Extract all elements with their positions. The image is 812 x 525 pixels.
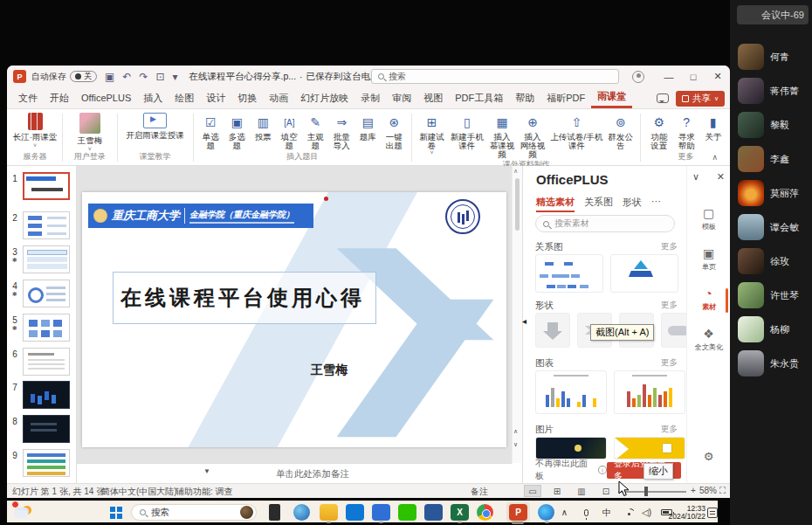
subjective-button[interactable]: ✎主观题 xyxy=(302,111,328,150)
tab-insert[interactable]: 插入 xyxy=(137,87,169,108)
about-button[interactable]: ▮关于 xyxy=(700,111,726,142)
minimize-button[interactable]: — xyxy=(657,66,681,87)
tab-draw[interactable]: 绘图 xyxy=(169,87,200,108)
slide-canvas-area[interactable]: 重庆工商大学 金融学院（重庆金融学院） 在线课程平台使用 xyxy=(77,166,512,463)
meeting-app-icon[interactable] xyxy=(372,504,390,521)
taskbar-search[interactable]: 搜索 xyxy=(131,504,257,521)
yellow-picture-card[interactable] xyxy=(614,437,685,459)
tab-help[interactable]: 帮助 xyxy=(509,87,540,108)
autosave-switch[interactable]: 关 xyxy=(70,71,97,82)
thumbnail[interactable] xyxy=(23,314,70,342)
participant-row[interactable]: 杨柳 xyxy=(738,314,811,344)
broadcast-notice-button[interactable]: ⊚群发公告 xyxy=(605,111,636,150)
bar-chart-card-2[interactable] xyxy=(614,370,685,414)
gear-icon[interactable]: ⚙ xyxy=(687,450,730,463)
thumbnail[interactable] xyxy=(23,280,70,307)
new-exam-button[interactable]: ⊞新建试卷˅ xyxy=(416,111,447,155)
question-bank-button[interactable]: ▤题库 xyxy=(354,111,381,142)
rail-item-templates[interactable]: ▢模板 xyxy=(687,206,730,232)
help-button[interactable]: ?寻求帮助 xyxy=(672,111,699,150)
wifi-tray[interactable] xyxy=(624,501,634,523)
batch-import-button[interactable]: ⇒批量导入 xyxy=(328,111,354,150)
participant-row[interactable]: 何青 xyxy=(738,42,811,72)
zoom-in-button[interactable]: + xyxy=(691,486,696,495)
slide-thumb-1[interactable]: 1 xyxy=(9,172,70,200)
scrollbar-thumb[interactable] xyxy=(515,178,520,231)
upload-exam-button[interactable]: ⇧上传试卷/手机课件 xyxy=(547,111,605,150)
tab-rain-classroom[interactable]: 雨课堂 xyxy=(591,87,632,108)
ime-indicator[interactable]: 中 xyxy=(602,501,611,523)
notes-pane[interactable]: ▼ 单击此处添加备注 xyxy=(77,463,512,483)
tab-pdf-tools[interactable]: PDF工具箱 xyxy=(449,87,509,108)
notes-toggle[interactable]: 备注 xyxy=(471,486,488,498)
more-link[interactable]: 更多 xyxy=(661,300,678,312)
notes-placeholder[interactable]: 单击此处添加备注 xyxy=(276,468,349,480)
new-mobile-courseware-button[interactable]: ▯新建手机课件 xyxy=(447,111,487,150)
undo-icon[interactable]: ↶ xyxy=(122,71,131,83)
present-icon[interactable]: ⊡ xyxy=(155,71,164,83)
rail-item-single-page[interactable]: ▣单页 xyxy=(687,246,730,273)
participant-row[interactable]: 徐玫 xyxy=(738,246,811,276)
server-button[interactable]: 长江·雨课堂 ˅ xyxy=(12,111,58,148)
dark-picture-card[interactable] xyxy=(535,437,607,459)
tray-expand[interactable]: ∧ xyxy=(561,501,568,523)
tab-shapes[interactable]: 形状 xyxy=(623,196,642,212)
tab-relation-diagrams[interactable]: 关系图 xyxy=(584,196,613,212)
university-banner[interactable]: 重庆工商大学 金融学院（重庆金融学院） xyxy=(88,204,313,228)
account-icon[interactable] xyxy=(632,71,644,83)
search-input[interactable]: 搜索 xyxy=(371,69,619,84)
tab-animations[interactable]: 动画 xyxy=(263,87,294,108)
thumbnail[interactable] xyxy=(23,245,70,273)
meeting-status[interactable]: 会议中-69 xyxy=(737,5,809,24)
language-indicator[interactable]: 简体中文(中国大陆) xyxy=(101,486,177,498)
slide-sorter-icon[interactable]: ⊞ xyxy=(548,485,566,497)
start-class-button[interactable]: 开启雨课堂授课 xyxy=(122,111,189,142)
save-icon[interactable]: ▣ xyxy=(105,71,114,83)
slideshow-icon[interactable]: ⊡ xyxy=(597,485,615,497)
slide-thumb-9[interactable]: 9 xyxy=(9,449,70,477)
slide-thumb-6[interactable]: 6 xyxy=(9,348,70,376)
one-click-question-button[interactable]: ⊛一键出题 xyxy=(381,111,407,150)
bar-chart-card[interactable] xyxy=(535,370,607,414)
tab-foxit-pdf[interactable]: 福昕PDF xyxy=(540,87,591,108)
chrome-icon[interactable] xyxy=(477,504,493,521)
scroll-up-icon[interactable]: ∧ xyxy=(513,168,518,175)
participant-row[interactable]: 莫丽萍 xyxy=(738,178,811,208)
tab-home[interactable]: 开始 xyxy=(44,87,75,108)
microsoft-store-icon[interactable] xyxy=(346,504,364,521)
excel-icon[interactable]: X xyxy=(451,504,469,521)
participant-row[interactable]: 李鑫 xyxy=(738,144,811,174)
rail-item-assets[interactable]: ◔素材 xyxy=(687,287,730,313)
rail-item-beautify[interactable]: ❖全文美化 xyxy=(687,327,730,353)
more-link[interactable]: 更多 xyxy=(661,357,678,370)
accessibility-status[interactable]: 辅助功能: 调查 xyxy=(175,486,233,498)
single-choice-button[interactable]: ☑单选题 xyxy=(197,111,224,150)
file-explorer-icon[interactable] xyxy=(320,504,338,521)
slide-thumb-5[interactable]: 5✱ xyxy=(9,314,70,342)
slide-thumb-4[interactable]: 4✱ xyxy=(9,280,70,307)
tab-design[interactable]: 设计 xyxy=(200,87,231,108)
comments-icon[interactable] xyxy=(657,93,669,103)
insert-mooc-video-button[interactable]: ▦插入 慕课视频 xyxy=(487,111,518,159)
redo-icon[interactable]: ↷ xyxy=(139,71,148,83)
fill-blank-button[interactable]: [A]填空题 xyxy=(276,111,302,150)
thumbnail[interactable] xyxy=(23,415,70,443)
user-login-button[interactable]: 王雪梅 ˅ xyxy=(67,111,113,151)
tab-review[interactable]: 审阅 xyxy=(386,87,417,108)
zoom-slider-thumb[interactable] xyxy=(644,487,648,496)
autosave-toggle[interactable]: 自动保存 关 xyxy=(31,71,97,83)
docs-app-icon[interactable] xyxy=(424,504,443,521)
start-button[interactable] xyxy=(110,507,122,519)
slide-thumb-3[interactable]: 3✱ xyxy=(9,245,70,273)
shape-arrow-down-card[interactable] xyxy=(535,313,570,348)
pane-close-icon[interactable]: ✕ xyxy=(717,171,725,183)
volume-tray[interactable]: ◁) xyxy=(642,501,651,523)
qq-browser-icon[interactable] xyxy=(538,504,554,521)
thumbnail[interactable] xyxy=(23,211,70,239)
reading-view-icon[interactable]: ▥ xyxy=(573,485,590,497)
participant-row[interactable]: 蒋伟菁 xyxy=(738,76,811,106)
tab-record[interactable]: 录制 xyxy=(354,87,386,108)
thumbnail[interactable] xyxy=(23,449,70,477)
edge-browser-icon[interactable] xyxy=(293,504,310,521)
pyramid-card[interactable] xyxy=(610,254,678,293)
